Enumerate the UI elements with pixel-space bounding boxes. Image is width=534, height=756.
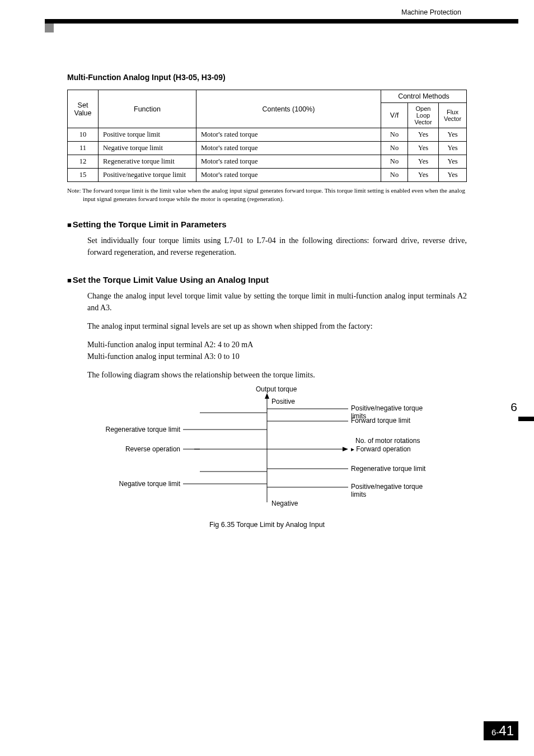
table-row: 10 Positive torque limit Motor's rated t… bbox=[68, 128, 467, 142]
cell-cn: Motor's rated torque bbox=[196, 128, 381, 142]
cell-fv: Yes bbox=[439, 155, 467, 169]
cell-fn: Regenerative torque limit bbox=[99, 155, 196, 169]
cell-vf: No bbox=[381, 169, 408, 182]
label-positive: Positive bbox=[271, 398, 295, 405]
header-tab bbox=[45, 24, 54, 32]
cell-fn: Positive/negative torque limit bbox=[99, 169, 196, 182]
chapter-number: 6 bbox=[510, 400, 517, 414]
table-row: 12 Regenerative torque limit Motor's rat… bbox=[68, 155, 467, 169]
header-section: Machine Protection bbox=[401, 8, 461, 16]
cell-sv: 12 bbox=[68, 155, 99, 169]
paragraph: Multi-function analog input terminal A2:… bbox=[87, 339, 467, 362]
torque-limit-diagram: Output torque Positive Negative Positive… bbox=[99, 388, 435, 511]
label-output-torque: Output torque bbox=[256, 385, 297, 393]
cell-olv: Yes bbox=[408, 155, 439, 169]
paragraph: Set individually four torque limits usin… bbox=[87, 235, 467, 258]
th-olv: Open Loop Vector bbox=[408, 103, 439, 128]
label-fwd-limit: Forward torque limit bbox=[351, 417, 410, 424]
cell-fv: Yes bbox=[439, 142, 467, 155]
table-row: 11 Negative torque limit Motor's rated t… bbox=[68, 142, 467, 155]
cell-fn: Negative torque limit bbox=[99, 142, 196, 155]
svg-marker-1 bbox=[265, 393, 269, 399]
cell-olv: Yes bbox=[408, 169, 439, 182]
cell-fv: Yes bbox=[439, 169, 467, 182]
th-setvalue: Set Value bbox=[68, 90, 99, 128]
analog-input-table: Set Value Function Contents (100%) Contr… bbox=[67, 90, 467, 182]
cell-olv: Yes bbox=[408, 128, 439, 142]
side-bar bbox=[518, 417, 534, 421]
figure-caption: Fig 6.35 Torque Limit by Analog Input bbox=[67, 521, 467, 529]
cell-olv: Yes bbox=[408, 142, 439, 155]
label-negative: Negative bbox=[271, 500, 298, 507]
footer-chap: 6- bbox=[491, 727, 499, 737]
table-row: 15 Positive/negative torque limit Motor'… bbox=[68, 169, 467, 182]
table-note: Note: The forward torque limit is the li… bbox=[67, 186, 467, 203]
th-vf: V/f bbox=[381, 103, 408, 128]
th-contents: Contents (100%) bbox=[196, 90, 381, 128]
th-control-methods: Control Methods bbox=[381, 90, 467, 103]
cell-cn: Motor's rated torque bbox=[196, 142, 381, 155]
header-rule bbox=[45, 19, 518, 24]
cell-vf: No bbox=[381, 128, 408, 142]
paragraph: The following diagram shows the relation… bbox=[87, 369, 467, 381]
label-rotations: No. of motor rotations bbox=[355, 437, 420, 445]
label-pn-limits2: Positive/negative torque limits bbox=[351, 483, 435, 498]
cell-cn: Motor's rated torque bbox=[196, 155, 381, 169]
label-regen-left: Regenerative torque limit bbox=[106, 426, 180, 433]
table-title: Multi-Function Analog Input (H3-05, H3-0… bbox=[67, 73, 467, 82]
section-heading: Setting the Torque Limit in Parameters bbox=[67, 220, 467, 229]
cell-vf: No bbox=[381, 142, 408, 155]
cell-sv: 15 bbox=[68, 169, 99, 182]
svg-marker-3 bbox=[343, 447, 348, 451]
section-heading: Set the Torque Limit Value Using an Anal… bbox=[67, 275, 467, 284]
cell-cn: Motor's rated torque bbox=[196, 169, 381, 182]
cell-sv: 10 bbox=[68, 128, 99, 142]
label-rev-op: Reverse operation bbox=[125, 445, 180, 453]
th-fv: Flux Vector bbox=[439, 103, 467, 128]
cell-sv: 11 bbox=[68, 142, 99, 155]
label-neg-limit: Negative torque limit bbox=[119, 480, 180, 488]
cell-fv: Yes bbox=[439, 128, 467, 142]
cell-fn: Positive torque limit bbox=[99, 128, 196, 142]
cell-vf: No bbox=[381, 155, 408, 169]
page-number: 6-41 bbox=[484, 721, 518, 740]
th-function: Function bbox=[99, 90, 196, 128]
label-regen-right: Regenerative torque limit bbox=[351, 465, 425, 473]
paragraph: The analog input terminal signal levels … bbox=[87, 320, 467, 332]
footer-page: 41 bbox=[499, 723, 514, 738]
label-fwd-op: ▸ Forward operation bbox=[351, 445, 411, 453]
paragraph: Change the analog input level torque lim… bbox=[87, 290, 467, 314]
